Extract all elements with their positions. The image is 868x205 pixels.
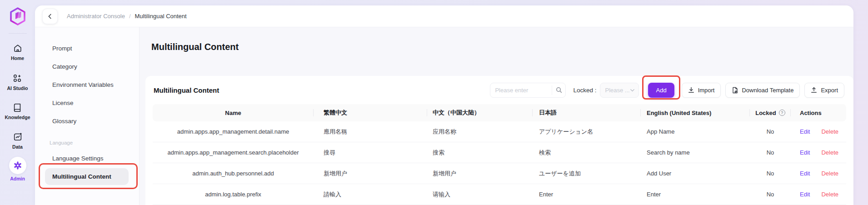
app-logo-icon[interactable] bbox=[7, 5, 29, 27]
breadcrumb: Administrator Console / Multilingual Con… bbox=[35, 5, 853, 27]
gear-icon bbox=[13, 160, 23, 170]
app-root: Home AI Studio Knowledge bbox=[0, 0, 868, 205]
cell-name: admin.log.table.prefix bbox=[153, 191, 314, 198]
toolbar: Locked : Please ... Add bbox=[490, 83, 845, 98]
column-header-actions: Actions bbox=[791, 110, 846, 116]
column-header-zh-cn: 中文（中国大陆） bbox=[427, 109, 533, 117]
sidebar-item-category[interactable]: Category bbox=[35, 57, 139, 75]
column-header-locked: Locked ? bbox=[750, 110, 791, 116]
sidebar-item-language-settings[interactable]: Language Settings bbox=[35, 149, 139, 167]
admin-icon-circle bbox=[9, 157, 26, 174]
sidebar-section-language: Language bbox=[35, 136, 139, 149]
sidebar-item-glossary[interactable]: Glossary bbox=[35, 112, 139, 130]
rail-item-data[interactable]: Data bbox=[12, 131, 23, 150]
delete-link[interactable]: Delete bbox=[821, 170, 838, 177]
cell-zh-cn: 请输入 bbox=[427, 190, 533, 199]
cell-zh-tw: 請輸入 bbox=[314, 190, 427, 199]
cell-en-us: Add User bbox=[641, 170, 750, 177]
export-button[interactable]: Export bbox=[804, 83, 844, 98]
sidebar-item-license[interactable]: License bbox=[35, 94, 139, 112]
add-button[interactable]: Add bbox=[648, 83, 674, 98]
cell-locked: No bbox=[750, 128, 791, 135]
cell-locked: No bbox=[750, 149, 791, 156]
cell-zh-cn: 搜索 bbox=[427, 149, 533, 157]
column-header-ja: 日本語 bbox=[533, 109, 641, 117]
cell-actions: Edit Delete bbox=[791, 128, 846, 135]
cell-locked: No bbox=[750, 170, 791, 177]
cell-actions: Edit Delete bbox=[791, 149, 846, 156]
content-area: Multilingual Content Multilingual Conten… bbox=[140, 27, 853, 205]
add-button-wrap: Add bbox=[648, 83, 674, 98]
file-template-icon bbox=[732, 87, 738, 94]
rail-label: AI Studio bbox=[7, 85, 28, 91]
download-template-button[interactable]: Download Template bbox=[725, 83, 800, 98]
back-button[interactable] bbox=[42, 9, 58, 24]
chevron-down-icon bbox=[630, 88, 635, 93]
cell-ja: アプリケーション名 bbox=[533, 128, 641, 136]
locked-filter-label: Locked : bbox=[573, 87, 596, 94]
breadcrumb-separator: / bbox=[129, 13, 131, 20]
edit-link[interactable]: Edit bbox=[800, 170, 810, 177]
table-row: admin.apps.app_management.detail.name 應用… bbox=[153, 121, 846, 142]
edit-link[interactable]: Edit bbox=[800, 191, 810, 198]
column-header-en-us: English (United States) bbox=[641, 110, 750, 116]
locked-header-label: Locked bbox=[755, 110, 776, 116]
download-template-label: Download Template bbox=[742, 87, 793, 94]
sidebar-item-prompt[interactable]: Prompt bbox=[35, 39, 139, 57]
cell-name: admin.apps.app_management.search.placeho… bbox=[153, 149, 314, 156]
cell-ja: 検索 bbox=[533, 149, 641, 157]
content-card: Multilingual Content Locked : bbox=[145, 76, 853, 205]
table-row: admin.log.table.prefix 請輸入 请输入 Enter Ent… bbox=[153, 184, 846, 205]
rail-label: Knowledge bbox=[5, 115, 30, 120]
data-icon bbox=[12, 131, 23, 142]
rail-item-home[interactable]: Home bbox=[11, 43, 24, 61]
edit-link[interactable]: Edit bbox=[800, 128, 810, 135]
knowledge-icon bbox=[12, 102, 23, 113]
cell-zh-cn: 应用名称 bbox=[427, 128, 533, 136]
rail-item-ai-studio[interactable]: AI Studio bbox=[7, 73, 28, 91]
column-header-name: Name bbox=[153, 110, 314, 116]
cell-actions: Edit Delete bbox=[791, 191, 846, 198]
column-header-zh-tw: 繁體中文 bbox=[314, 109, 427, 117]
table-row: admin.apps.app_management.search.placeho… bbox=[153, 142, 846, 163]
page-title: Multilingual Content bbox=[151, 42, 853, 52]
export-icon bbox=[811, 87, 817, 93]
cell-name: admin.apps.app_management.detail.name bbox=[153, 128, 314, 135]
nav-rail: Home AI Studio Knowledge bbox=[0, 0, 35, 205]
breadcrumb-parent[interactable]: Administrator Console bbox=[67, 13, 125, 20]
settings-sidebar: Prompt Category Environment Variables Li… bbox=[35, 27, 140, 205]
help-icon[interactable]: ? bbox=[779, 110, 785, 116]
search-icon[interactable] bbox=[552, 85, 565, 95]
edit-link[interactable]: Edit bbox=[800, 149, 810, 156]
chevron-left-icon bbox=[47, 14, 53, 19]
delete-link[interactable]: Delete bbox=[821, 191, 838, 198]
home-icon bbox=[12, 43, 23, 54]
sidebar-item-multilingual-content[interactable]: Multilingual Content bbox=[45, 168, 129, 185]
export-label: Export bbox=[821, 87, 838, 94]
select-placeholder: Please ... bbox=[605, 87, 630, 94]
rail-label: Home bbox=[11, 55, 24, 61]
search-box bbox=[490, 83, 566, 98]
rail-item-admin[interactable]: Admin bbox=[9, 157, 26, 181]
cell-ja: ユーザーを追加 bbox=[533, 170, 641, 178]
divider bbox=[9, 33, 27, 34]
sidebar-item-environment-variables[interactable]: Environment Variables bbox=[35, 75, 139, 94]
cell-locked: No bbox=[750, 191, 791, 198]
cell-ja: Enter bbox=[533, 191, 641, 198]
locked-filter-select[interactable]: Please ... bbox=[600, 83, 639, 98]
import-label: Import bbox=[698, 87, 715, 94]
cell-actions: Edit Delete bbox=[791, 170, 846, 177]
cell-en-us: Search by name bbox=[641, 149, 750, 156]
cell-zh-tw: 新增用户 bbox=[314, 170, 427, 178]
content-table: Name 繁體中文 中文（中国大陆） 日本語 English (United S… bbox=[145, 104, 853, 205]
cell-zh-tw: 搜尋 bbox=[314, 149, 427, 157]
cell-en-us: Enter bbox=[641, 191, 750, 198]
search-input[interactable] bbox=[490, 87, 552, 94]
table-row: admin.auth_hub.personnel.add 新增用户 新增用户 ユ… bbox=[153, 163, 846, 184]
rail-item-knowledge[interactable]: Knowledge bbox=[5, 102, 30, 120]
delete-link[interactable]: Delete bbox=[821, 149, 838, 156]
delete-link[interactable]: Delete bbox=[821, 128, 838, 135]
breadcrumb-current: Multilingual Content bbox=[135, 13, 187, 20]
import-button[interactable]: Import bbox=[682, 83, 721, 98]
cell-zh-cn: 新增用户 bbox=[427, 170, 533, 178]
